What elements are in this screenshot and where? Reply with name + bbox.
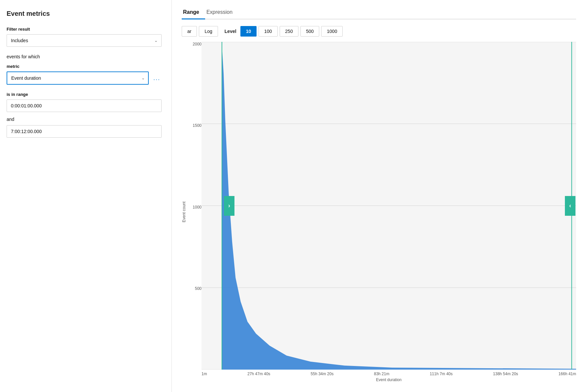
right-panel: Range Expression ar Log Level 10 100 250… <box>172 0 586 392</box>
range-handle-right[interactable]: ‹ <box>565 196 575 216</box>
scale-ar-button[interactable]: ar <box>182 26 197 37</box>
y-tick-1000: 1000 <box>193 205 201 210</box>
tabs-row: Range Expression <box>182 7 576 19</box>
left-panel: Event metrics Filter result Includes Exc… <box>0 0 171 392</box>
scale-log-button[interactable]: Log <box>199 26 218 37</box>
metric-section: metric Event duration Event count ⌄ ... <box>7 64 162 85</box>
level-1000-button[interactable]: 1000 <box>321 26 343 37</box>
range-section: is in range <box>7 92 162 113</box>
metric-dots-button[interactable]: ... <box>152 73 162 83</box>
filter-result-select-wrapper: Includes Excludes ⌄ <box>7 34 162 47</box>
metric-select-wrapper: Event duration Event count ⌄ <box>7 71 149 85</box>
x-axis-row: 1m 27h 47m 40s 55h 34m 20s 83h 21m 111h … <box>201 372 576 376</box>
metric-select[interactable]: Event duration Event count <box>7 71 149 85</box>
level-label: Level <box>225 29 236 34</box>
is-in-range-label: is in range <box>7 92 162 97</box>
filter-result-label: Filter result <box>7 27 162 32</box>
metric-row: Event duration Event count ⌄ ... <box>7 71 162 85</box>
metric-label: metric <box>7 64 162 69</box>
x-tick-27h: 27h 47m 40s <box>247 372 270 376</box>
events-for-which-label: events for which <box>7 54 162 59</box>
chart-svg <box>201 42 576 370</box>
level-10-button[interactable]: 10 <box>240 26 257 37</box>
level-250-button[interactable]: 250 <box>280 26 298 37</box>
and-label: and <box>7 117 162 122</box>
controls-row: ar Log Level 10 100 250 500 1000 <box>182 26 576 37</box>
range-end-input[interactable] <box>7 125 162 138</box>
y-axis-ticks: 2000 1500 1000 500 <box>188 42 201 382</box>
chart-container: Event count 2000 1500 1000 500 <box>182 42 576 382</box>
level-500-button[interactable]: 500 <box>300 26 319 37</box>
x-tick-83h: 83h 21m <box>374 372 389 376</box>
x-tick-138h: 138h 54m 20s <box>493 372 518 376</box>
level-100-button[interactable]: 100 <box>259 26 277 37</box>
range-start-input[interactable] <box>7 99 162 112</box>
filter-result-section: Filter result Includes Excludes ⌄ <box>7 27 162 47</box>
x-tick-166h: 166h 41m <box>559 372 576 376</box>
y-tick-2000: 2000 <box>193 42 201 46</box>
y-tick-1500: 1500 <box>193 123 201 128</box>
x-axis-label: Event duration <box>201 378 576 382</box>
chart-plot-area: › ‹ <box>201 42 576 370</box>
chart-inner: Event count 2000 1500 1000 500 <box>182 42 576 382</box>
range-handle-left[interactable]: › <box>224 196 234 216</box>
tab-range[interactable]: Range <box>182 7 205 19</box>
tab-expression[interactable]: Expression <box>205 7 238 19</box>
y-tick-500: 500 <box>195 286 201 291</box>
x-tick-1m: 1m <box>201 372 207 376</box>
range-end-section <box>7 125 162 139</box>
filter-result-select[interactable]: Includes Excludes <box>7 34 162 47</box>
x-tick-111h: 111h 7m 40s <box>430 372 452 376</box>
range-handle-left-arrow: › <box>228 202 230 209</box>
y-axis-label: Event count <box>182 42 186 382</box>
range-handle-right-arrow: ‹ <box>569 202 571 209</box>
panel-title: Event metrics <box>7 10 162 17</box>
x-tick-55h: 55h 34m 20s <box>311 372 333 376</box>
